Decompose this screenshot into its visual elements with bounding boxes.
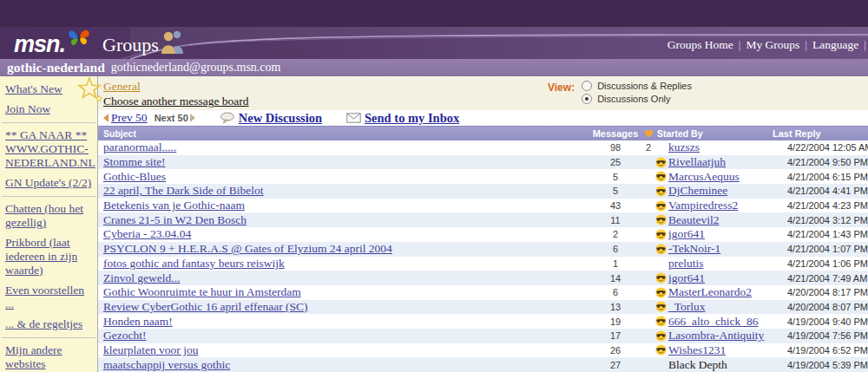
- subject-link[interactable]: Stomme site!: [98, 155, 589, 169]
- new-discussion-link[interactable]: New Discussion: [239, 111, 322, 126]
- subject-link[interactable]: Review CyberGothic 16 april effenaar (SC…: [98, 300, 589, 314]
- choose-board-link[interactable]: Choose another message board: [103, 95, 868, 108]
- main-panel: General Choose another message board Vie…: [98, 76, 868, 372]
- starter-name[interactable]: igor641: [668, 271, 705, 285]
- subject-link[interactable]: maatschappij versus gothic: [98, 358, 589, 372]
- starter-name[interactable]: 666_alto_chick_86: [668, 315, 758, 329]
- subject-link[interactable]: Gothic-Blues: [98, 170, 589, 184]
- radio-icon[interactable]: [582, 94, 592, 104]
- starter-name[interactable]: Beautevil2: [668, 213, 719, 227]
- started-by-cell: Black Depth: [655, 358, 787, 372]
- nav-item-groups-home[interactable]: Groups Home: [667, 38, 733, 51]
- started-by-cell: DjCheminee: [655, 184, 787, 198]
- last-reply-timestamp: 4/19/2004 7:56 PM: [787, 330, 868, 341]
- starter-name: Black Depth: [668, 358, 727, 372]
- starter-name[interactable]: Rivellaatjuh: [668, 155, 726, 169]
- table-row: PSYCLON 9 + H.E.R.A.S @ Gates of Elyzium…: [98, 242, 868, 257]
- started-by-cell: kuzszs: [655, 140, 787, 154]
- hearts-count: 2: [641, 142, 655, 153]
- subject-link[interactable]: Gezocht!: [98, 329, 589, 343]
- subject-link[interactable]: kleurplaten voor jou: [98, 343, 589, 357]
- sidebar-item[interactable]: Mijn andere websites: [0, 343, 97, 371]
- sidebar-item[interactable]: Chatten (hou het gezellig): [0, 202, 97, 230]
- subject-link[interactable]: 22 april, The Dark Side of Bibelot: [98, 184, 589, 198]
- subject-link[interactable]: Zinvol geweld...: [98, 271, 589, 285]
- sidebar-item[interactable]: ** GA NAAR ** WWW.GOTHIC-NEDERLAND.NL: [0, 128, 97, 170]
- last-reply-timestamp: 4/22/2004 12:05 AM: [787, 142, 868, 153]
- nav-item-my-groups[interactable]: My Groups: [746, 38, 799, 51]
- sidebar-item[interactable]: Prikbord (laat iedereen in zijn waarde): [0, 236, 97, 277]
- column-header-subject[interactable]: Subject: [98, 128, 589, 139]
- board-title-link[interactable]: General: [103, 80, 141, 94]
- started-by-cell: prelutis: [655, 257, 787, 271]
- last-reply-timestamp: 4/19/2004 9:40 PM: [787, 317, 868, 327]
- send-to-inbox-link[interactable]: Send to my Inbox: [365, 111, 459, 126]
- sidebar-item[interactable]: GN Update's (2/2): [0, 176, 97, 190]
- view-option[interactable]: Discussions & Replies: [582, 81, 692, 91]
- started-by-cell: igor641: [655, 227, 787, 241]
- envelope-icon: [346, 113, 361, 123]
- table-row: Betekenis van je Gothic-naam43Vampiredre…: [98, 199, 868, 213]
- table-header: Subject Messages Started By Last Reply: [98, 126, 868, 140]
- subject-link[interactable]: paranormaal.....: [98, 140, 589, 154]
- starter-name[interactable]: Wishes1231: [668, 343, 726, 357]
- last-reply-timestamp: 4/19/2004 5:39 PM: [787, 360, 868, 370]
- people-icon: [159, 28, 187, 57]
- subject-link[interactable]: Cyberia - 23.04.04: [98, 227, 589, 241]
- last-reply-timestamp: 4/21/2004 6:15 PM: [787, 172, 868, 182]
- last-reply-timestamp: 4/21/2004 1:43 PM: [787, 229, 868, 239]
- top-nav: Groups Home|My Groups|Language|: [662, 38, 866, 52]
- view-option[interactable]: Discussions Only: [582, 94, 692, 104]
- starter-name[interactable]: Vampiredress2: [668, 199, 738, 212]
- msn-logo[interactable]: msn.: [14, 32, 65, 56]
- table-row: Stomme site!25Rivellaatjuh4/21/2004 9:50…: [98, 155, 868, 170]
- starter-name[interactable]: _Torlux: [668, 300, 706, 314]
- starter-name[interactable]: Lasombra-Antiquity: [668, 329, 764, 343]
- view-label: View:: [548, 82, 575, 107]
- nav-separator: |: [805, 38, 807, 51]
- last-reply-timestamp: 4/19/2004 6:52 PM: [787, 345, 868, 356]
- column-header-messages[interactable]: Messages: [589, 128, 641, 139]
- cool-smiley-icon: [655, 157, 668, 168]
- msn-groups-page: msn. Groups Groups Home|My Gro: [0, 0, 868, 372]
- subject-link[interactable]: fotos gothic and fantasy beurs reiswijk: [98, 257, 589, 271]
- starter-name[interactable]: -TekNoir-1: [668, 242, 720, 256]
- subject-link[interactable]: Betekenis van je Gothic-naam: [98, 199, 589, 212]
- last-reply-timestamp: 4/21/2004 3:12 PM: [787, 215, 868, 225]
- subject-link[interactable]: PSYCLON 9 + H.E.R.A.S @ Gates of Elyzium…: [98, 242, 589, 256]
- sidebar-item[interactable]: Join Now: [0, 102, 97, 116]
- prev-arrow-icon[interactable]: [103, 114, 108, 122]
- sidebar-item[interactable]: ... & de regeltjes: [0, 317, 97, 331]
- starter-name[interactable]: igor641: [668, 227, 705, 241]
- message-board-toolbar: Prev 50 Next 50 New Discussion Send to m…: [98, 110, 868, 126]
- subject-link[interactable]: Cranes 21-5 in W2 Den Bosch: [98, 213, 589, 227]
- starter-name[interactable]: MarcusAequus: [668, 170, 740, 184]
- table-row: Gezocht!17Lasombra-Antiquity4/19/2004 7:…: [98, 329, 868, 343]
- subject-link[interactable]: Honden naam!: [98, 315, 589, 329]
- starter-name[interactable]: kuzszs: [668, 140, 700, 154]
- started-by-cell: -TekNoir-1: [655, 242, 787, 256]
- last-reply-timestamp: 4/21/2004 7:49 AM: [787, 273, 868, 284]
- sidebar-item[interactable]: Even voorstellen ...: [0, 284, 97, 311]
- prev-50-link[interactable]: Prev 50: [111, 111, 148, 125]
- subject-link[interactable]: Gothic Woonruimte te huur in Amsterdam: [98, 285, 589, 299]
- table-row: fotos gothic and fantasy beurs reiswijk1…: [98, 257, 868, 271]
- starter-name[interactable]: DjCheminee: [668, 184, 727, 198]
- column-header-last-reply[interactable]: Last Reply: [773, 128, 868, 139]
- cool-smiley-icon: [655, 316, 668, 327]
- group-email: gothicnederland@groups.msn.com: [111, 61, 281, 75]
- last-reply-timestamp: 4/21/2004 4:41 PM: [787, 186, 868, 196]
- view-option-label: Discussions Only: [597, 94, 670, 104]
- table-row: kleurplaten voor jou26Wishes12314/19/200…: [98, 343, 868, 358]
- table-row: Cranes 21-5 in W2 Den Bosch11Beautevil24…: [98, 212, 868, 227]
- next-50-label[interactable]: Next 50: [155, 113, 188, 123]
- radio-icon[interactable]: [582, 81, 592, 91]
- starter-name[interactable]: prelutis: [668, 257, 704, 271]
- starter-name[interactable]: MasterLeonardo2: [668, 285, 752, 299]
- started-by-cell: Rivellaatjuh: [655, 155, 787, 169]
- nav-item-language[interactable]: Language: [812, 38, 858, 51]
- next-arrow-icon[interactable]: [190, 114, 195, 122]
- column-header-started-by[interactable]: Started By: [657, 128, 703, 139]
- discussion-table: paranormaal.....982kuzszs4/22/2004 12:05…: [98, 140, 868, 372]
- sidebar-nav: What's NewJoin Now** GA NAAR ** WWW.GOTH…: [0, 82, 97, 372]
